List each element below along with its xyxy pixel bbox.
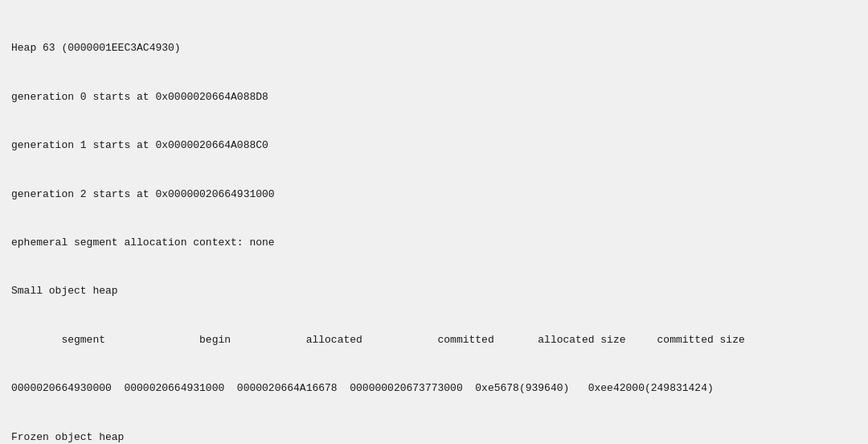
line-ephemeral: ephemeral segment allocation context: no… [11,235,857,251]
line-soh-label: Small object heap [11,283,857,299]
line-gen0: generation 0 starts at 0x0000020664A088D… [11,89,857,105]
line-soh-header: segment begin allocated committed alloca… [11,332,857,348]
line-foh-label: Frozen object heap [11,430,857,444]
line-gen2: generation 2 starts at 0x000000206649310… [11,187,857,203]
line-gen1: generation 1 starts at 0x0000020664A088C… [11,138,857,154]
console-output: Heap 63 (0000001EEC3AC4930) generation 0… [11,8,857,444]
line-soh-data: 0000020664930000 0000020664931000 000002… [11,380,857,397]
line-heap-header: Heap 63 (0000001EEC3AC4930) [11,40,857,56]
